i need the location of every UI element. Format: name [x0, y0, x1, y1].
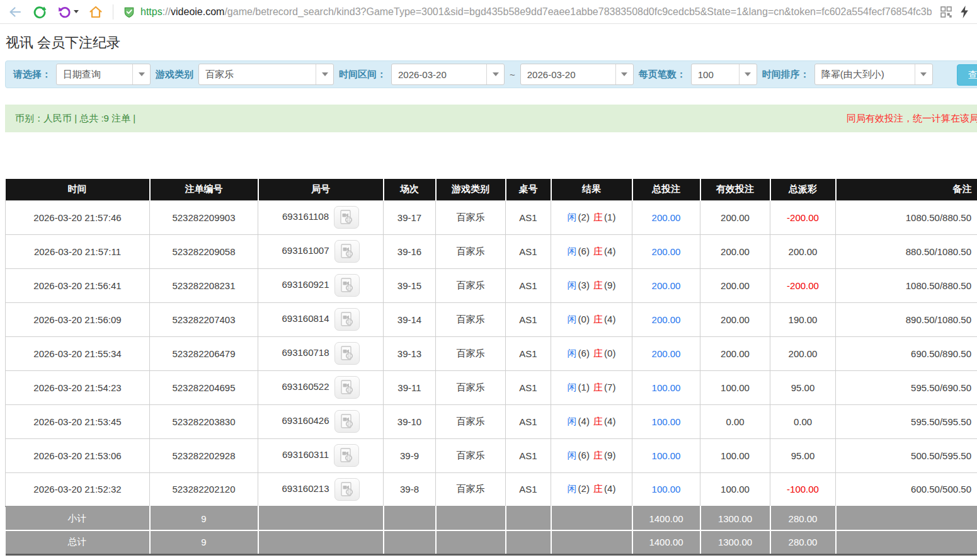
total-bet-link[interactable]: 200.00 — [632, 234, 700, 268]
round-cell: 693161108 — [258, 200, 384, 234]
bet-id: 523282206479 — [150, 336, 258, 370]
player-label: 闲 — [568, 280, 577, 290]
banker-label: 庄 — [593, 483, 603, 494]
round-id: 693160213 — [282, 483, 329, 494]
total-bet-link[interactable]: 200.00 — [632, 200, 700, 234]
undo-icon[interactable] — [57, 4, 79, 20]
player-label: 闲 — [568, 246, 577, 256]
remark: 690.50/890.50 — [836, 336, 977, 370]
home-icon[interactable] — [88, 4, 103, 20]
banker-score: (4) — [604, 246, 615, 256]
game-type: 百家乐 — [436, 268, 506, 302]
round-id: 693160921 — [282, 279, 329, 290]
sort-value: 降幂(由大到小) — [815, 69, 915, 81]
chevron-down-icon — [322, 72, 328, 76]
valid-bet: 200.00 — [700, 268, 770, 302]
time-range-label: 时间区间： — [339, 69, 386, 81]
search-button[interactable]: 查询 — [957, 64, 977, 86]
table-no: AS1 — [506, 268, 551, 302]
remark: 595.50/690.50 — [836, 370, 977, 404]
round-cell: 693160426 — [258, 404, 384, 438]
video-replay-button[interactable] — [334, 376, 360, 399]
result-cell: 闲(0) 庄(4) — [551, 302, 632, 336]
total-bet-link[interactable]: 200.00 — [632, 336, 700, 370]
date-to-select[interactable]: 2026-03-20 — [520, 64, 634, 85]
date-from-select[interactable]: 2026-03-20 — [391, 64, 505, 85]
valid-bet-notice: 同局有效投注，统一计算在该局 — [847, 113, 977, 125]
qr-code-icon[interactable] — [940, 6, 952, 18]
round-id: 693160522 — [282, 381, 329, 392]
total-count: 9 — [150, 530, 258, 554]
query-type-select[interactable]: 日期查询 — [56, 64, 151, 85]
total-bet-link[interactable]: 200.00 — [632, 268, 700, 302]
subtotal-payout: 280.00 — [770, 506, 836, 530]
page-size-select[interactable]: 100 — [691, 64, 757, 85]
table-no: AS1 — [506, 302, 551, 336]
table-row: 2026-03-20 21:55:34 523282206479 6931607… — [6, 336, 977, 370]
table-row: 2026-03-20 21:56:09 523282207403 6931608… — [6, 302, 977, 336]
video-replay-button[interactable] — [334, 274, 360, 297]
col-header-payout: 总派彩 — [770, 179, 836, 200]
total-bet-link[interactable]: 100.00 — [632, 404, 700, 438]
back-icon[interactable] — [8, 4, 23, 20]
payout: 95.00 — [770, 438, 836, 472]
player-label: 闲 — [568, 314, 577, 324]
payout: 0.00 — [770, 404, 836, 438]
total-bet-link[interactable]: 200.00 — [632, 302, 700, 336]
lightning-icon[interactable] — [959, 6, 969, 18]
bet-time: 2026-03-20 21:56:09 — [6, 302, 150, 336]
url-path: /game/betrecord_search/kind3?GameType=30… — [224, 6, 932, 17]
game-type: 百家乐 — [436, 302, 506, 336]
game-type: 百家乐 — [436, 200, 506, 234]
url-text[interactable]: https://videoie.com/game/betrecord_searc… — [140, 6, 932, 18]
valid-bet: 100.00 — [700, 370, 770, 404]
banker-score: (9) — [604, 280, 615, 290]
table-no: AS1 — [506, 438, 551, 472]
total-bet-link[interactable]: 100.00 — [632, 472, 700, 506]
url-protocol: https — [140, 6, 163, 17]
round-cell: 693160921 — [258, 268, 384, 302]
result-cell: 闲(1) 庄(7) — [551, 370, 632, 404]
total-bet-link[interactable]: 100.00 — [632, 370, 700, 404]
round-id: 693161007 — [282, 245, 329, 256]
bet-time: 2026-03-20 21:57:46 — [6, 200, 150, 234]
payout: -100.00 — [770, 472, 836, 506]
game-type-select[interactable]: 百家乐 — [198, 64, 334, 85]
total-bet-link[interactable]: 100.00 — [632, 438, 700, 472]
bet-id: 523282204695 — [150, 370, 258, 404]
shield-icon[interactable] — [123, 6, 135, 18]
date-from-value: 2026-03-20 — [392, 69, 486, 80]
video-replay-button[interactable] — [334, 410, 360, 433]
table-row: 2026-03-20 21:53:06 523282202928 6931603… — [6, 438, 977, 472]
session: 39-14 — [384, 302, 436, 336]
result-cell: 闲(6) 庄(4) — [551, 234, 632, 268]
refresh-icon[interactable] — [32, 4, 47, 20]
valid-bet: 200.00 — [700, 200, 770, 234]
video-replay-button[interactable] — [334, 444, 359, 467]
remark: 1080.50/880.50 — [836, 200, 977, 234]
video-replay-button[interactable] — [334, 478, 360, 501]
video-replay-button[interactable] — [334, 240, 360, 263]
banker-score: (0) — [604, 348, 615, 358]
subtotal-valid-bet: 1300.00 — [700, 506, 770, 530]
address-bar[interactable]: https://videoie.com/game/betrecord_searc… — [123, 6, 969, 18]
video-replay-button[interactable] — [334, 308, 360, 331]
banker-label: 庄 — [593, 416, 603, 426]
payout: -200.00 — [770, 200, 836, 234]
bet-id: 523282208231 — [150, 268, 258, 302]
subtotal-total-bet: 1400.00 — [632, 506, 700, 530]
video-replay-button[interactable] — [334, 206, 359, 229]
valid-bet: 100.00 — [700, 472, 770, 506]
player-score: (2) — [578, 212, 590, 222]
sort-select[interactable]: 降幂(由大到小) — [814, 64, 933, 85]
session: 39-10 — [384, 404, 436, 438]
total-row: 总计 9 1400.00 1300.00 280.00 — [6, 530, 977, 554]
tilde-separator: ~ — [510, 69, 515, 80]
result-cell: 闲(4) 庄(4) — [551, 404, 632, 438]
video-replay-button[interactable] — [334, 342, 360, 365]
bet-time: 2026-03-20 21:54:23 — [6, 370, 150, 404]
undo-menu-caret[interactable] — [74, 10, 79, 13]
bet-id: 523282203830 — [150, 404, 258, 438]
session: 39-15 — [384, 268, 436, 302]
table-no: AS1 — [506, 472, 551, 506]
